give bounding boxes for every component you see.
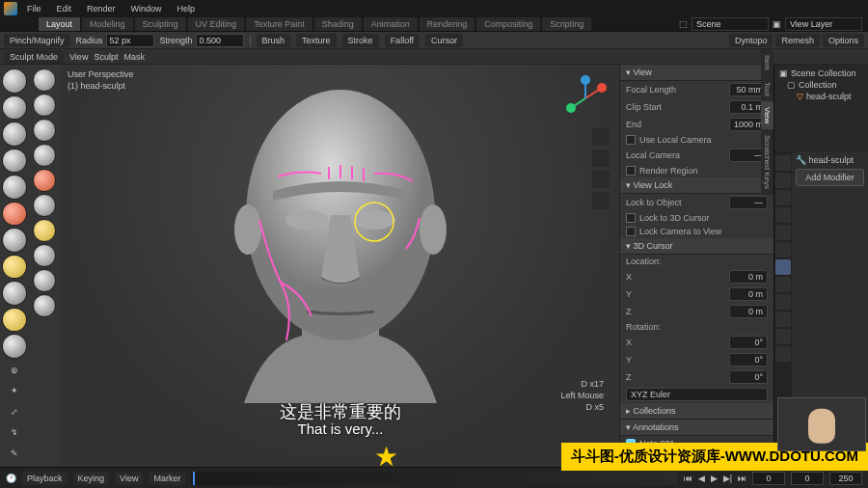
local-camera-toggle[interactable] bbox=[626, 135, 636, 145]
ws-tab-shading[interactable]: Shading bbox=[314, 17, 362, 31]
tl-view[interactable]: View bbox=[115, 472, 143, 485]
3d-viewport[interactable]: User Perspective (1) head-sculpt D x17 L… bbox=[62, 65, 619, 467]
play-start-icon[interactable]: ⏮ bbox=[684, 474, 692, 483]
proptab-scene-icon[interactable] bbox=[775, 207, 791, 223]
brush-flatten-icon[interactable] bbox=[2, 281, 27, 306]
section-view[interactable]: ▾ View bbox=[620, 65, 773, 81]
brush-alt10-icon[interactable] bbox=[33, 294, 56, 317]
dyntopo-toggle[interactable]: Dyntopo bbox=[729, 34, 773, 47]
modemenu-view[interactable]: View bbox=[69, 52, 88, 62]
modemenu-mask[interactable]: Mask bbox=[123, 52, 145, 62]
ws-tab-uv[interactable]: UV Editing bbox=[188, 17, 245, 31]
ws-tab-animation[interactable]: Animation bbox=[364, 17, 418, 31]
ntab-view[interactable]: View bbox=[761, 101, 773, 129]
brush-clay-icon[interactable] bbox=[2, 95, 27, 121]
lock3dcur-toggle[interactable] bbox=[626, 213, 636, 223]
tl-playback[interactable]: Playback bbox=[22, 472, 68, 485]
proptab-world-icon[interactable] bbox=[775, 225, 791, 240]
proptab-mesh-icon[interactable] bbox=[775, 329, 791, 344]
ntab-scratched[interactable]: Scratched Keys bbox=[761, 129, 773, 195]
dropdown-brush[interactable]: Brush bbox=[257, 34, 291, 47]
outliner[interactable]: ▣Scene Collection ▢Collection ▽head-scul… bbox=[774, 65, 868, 151]
brush-crease-icon[interactable] bbox=[2, 228, 27, 253]
lockcam-toggle[interactable] bbox=[626, 227, 636, 236]
ws-tab-texpaint[interactable]: Texture Paint bbox=[246, 17, 312, 31]
menu-render[interactable]: Render bbox=[81, 2, 122, 15]
scene-field[interactable] bbox=[692, 17, 769, 31]
ws-tab-modeling[interactable]: Modeling bbox=[82, 17, 133, 31]
radius-input[interactable] bbox=[106, 34, 154, 47]
section-viewlock[interactable]: ▾ View Lock bbox=[620, 177, 773, 194]
sculpt-mesh[interactable] bbox=[205, 75, 475, 422]
brush-alt8-icon[interactable] bbox=[33, 244, 56, 267]
section-annotations[interactable]: ▾ Annotations bbox=[620, 420, 773, 436]
frame-start[interactable] bbox=[791, 472, 824, 485]
proptab-modifier-icon[interactable] bbox=[775, 259, 791, 275]
section-collections[interactable]: ▸ Collections bbox=[620, 403, 773, 420]
ws-tab-scripting[interactable]: Scripting bbox=[542, 17, 591, 31]
ws-tab-layout[interactable]: Layout bbox=[39, 17, 80, 31]
section-3dcursor[interactable]: ▾ 3D Cursor bbox=[620, 238, 773, 255]
proptab-output-icon[interactable] bbox=[775, 173, 791, 188]
proptab-particle-icon[interactable] bbox=[775, 277, 791, 292]
brush-alt5-icon[interactable] bbox=[33, 169, 56, 192]
cursor-rx[interactable]: 0° bbox=[729, 336, 768, 349]
lockobj-field[interactable]: — bbox=[729, 196, 768, 209]
proptab-constraint-icon[interactable] bbox=[775, 312, 791, 327]
play-icon[interactable]: ▶ bbox=[711, 474, 718, 483]
frame-current[interactable] bbox=[752, 472, 785, 485]
frame-end[interactable] bbox=[829, 472, 862, 485]
dropdown-falloff[interactable]: Falloff bbox=[385, 34, 420, 47]
render-region-toggle[interactable] bbox=[626, 166, 636, 176]
menu-edit[interactable]: Edit bbox=[51, 2, 78, 15]
menu-help[interactable]: Help bbox=[172, 2, 202, 15]
proptab-material-icon[interactable] bbox=[775, 346, 791, 362]
brush-alt4-icon[interactable] bbox=[33, 144, 56, 167]
ws-tab-rendering[interactable]: Rendering bbox=[420, 17, 475, 31]
menu-file[interactable]: File bbox=[21, 2, 47, 15]
brush-alt9-icon[interactable] bbox=[33, 269, 56, 292]
play-next-icon[interactable]: ▶| bbox=[723, 474, 732, 483]
dropdown-cursor[interactable]: Cursor bbox=[425, 34, 463, 47]
brush-snake-icon[interactable]: ↯ bbox=[2, 423, 27, 443]
timeline-icon[interactable]: 🕐 bbox=[6, 474, 16, 483]
play-prev-icon[interactable]: ◀ bbox=[698, 474, 705, 483]
brush-elastic-icon[interactable]: ⤢ bbox=[2, 402, 27, 421]
cursor-ry[interactable]: 0° bbox=[729, 353, 768, 366]
annotate-icon[interactable]: ✎ bbox=[2, 444, 27, 463]
zoom-icon[interactable] bbox=[592, 128, 610, 146]
brush-fill-icon[interactable] bbox=[2, 308, 27, 333]
brush-alt3-icon[interactable] bbox=[33, 119, 56, 142]
dropdown-stroke[interactable]: Stroke bbox=[342, 34, 379, 47]
timeline-track[interactable] bbox=[191, 472, 677, 485]
brush-scrape-icon[interactable] bbox=[2, 334, 27, 359]
brush-inflate-icon[interactable] bbox=[2, 175, 27, 200]
ortho-icon[interactable] bbox=[592, 192, 610, 209]
nav-gizmo[interactable] bbox=[561, 74, 610, 122]
dropdown-texture[interactable]: Texture bbox=[296, 34, 337, 47]
pan-icon[interactable] bbox=[592, 149, 610, 167]
tl-keying[interactable]: Keying bbox=[73, 472, 110, 485]
brush-claystrips-icon[interactable] bbox=[2, 122, 27, 147]
proptab-viewlayer-icon[interactable] bbox=[775, 190, 791, 205]
ntab-tool[interactable]: Tool bbox=[761, 76, 773, 102]
options-dropdown[interactable]: Options bbox=[823, 34, 864, 47]
remesh-dropdown[interactable]: Remesh bbox=[775, 34, 820, 47]
brush-alt6-icon[interactable] bbox=[33, 194, 56, 217]
viewlayer-field[interactable] bbox=[785, 17, 862, 31]
outliner-row[interactable]: ▽head-sculpt bbox=[777, 91, 865, 102]
brush-draw-icon[interactable] bbox=[2, 68, 27, 94]
mode-selector[interactable]: Sculpt Mode bbox=[4, 50, 64, 64]
cursor-y[interactable]: 0 m bbox=[729, 287, 768, 301]
brush-alt7-icon[interactable] bbox=[33, 219, 56, 242]
proptab-render-icon[interactable] bbox=[775, 155, 791, 171]
outliner-row[interactable]: ▢Collection bbox=[777, 79, 865, 91]
cursor-x[interactable]: 0 m bbox=[729, 270, 768, 284]
cursor-z[interactable]: 0 m bbox=[729, 305, 768, 318]
brush-alt2-icon[interactable] bbox=[33, 94, 56, 117]
rotmode-field[interactable]: XYZ Euler bbox=[626, 388, 768, 401]
brush-name[interactable]: Pinch/Magnify bbox=[4, 34, 70, 47]
camera-icon[interactable] bbox=[592, 171, 610, 188]
outliner-row[interactable]: ▣Scene Collection bbox=[777, 68, 865, 79]
brush-alt1-icon[interactable] bbox=[33, 68, 56, 92]
